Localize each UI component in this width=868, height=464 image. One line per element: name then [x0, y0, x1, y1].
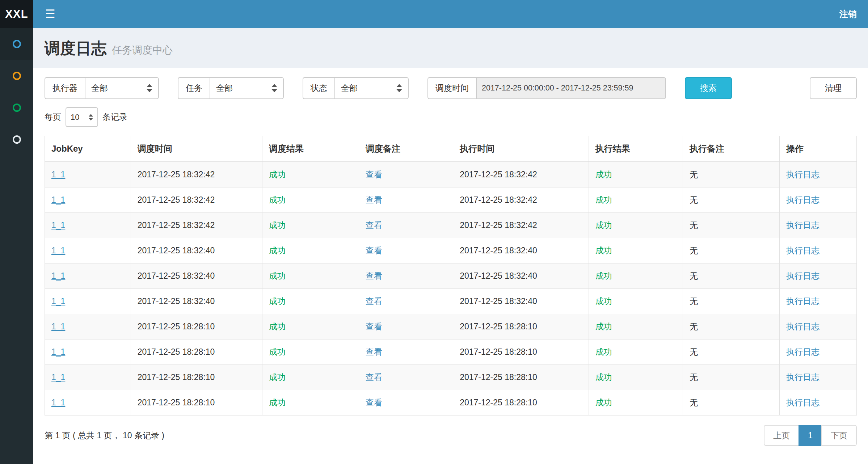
exec-log-link[interactable]: 执行日志: [786, 296, 819, 306]
jobkey-link[interactable]: 1_1: [51, 347, 65, 357]
table-row: 1_12017-12-25 18:28:10成功查看2017-12-25 18:…: [45, 365, 857, 390]
exec-log-link[interactable]: 执行日志: [786, 271, 819, 280]
page-size-suffix: 条记录: [102, 111, 127, 123]
jobkey-link[interactable]: 1_1: [51, 220, 65, 230]
jobkey-link[interactable]: 1_1: [51, 296, 65, 306]
exec-log-link[interactable]: 执行日志: [786, 372, 819, 382]
schedule-time-range-input[interactable]: 2017-12-25 00:00:00 - 2017-12-25 23:59:5…: [476, 77, 666, 99]
sidebar-menu-item[interactable]: [0, 123, 33, 155]
status-filter-value: 全部: [341, 83, 358, 94]
view-remark-link[interactable]: 查看: [366, 347, 382, 357]
schedule-result: 成功: [269, 170, 286, 179]
view-remark-link[interactable]: 查看: [366, 271, 382, 280]
job-filter-select[interactable]: 全部: [210, 77, 284, 99]
jobkey-link[interactable]: 1_1: [51, 271, 65, 280]
schedule-time-filter-group: 调度时间 2017-12-25 00:00:00 - 2017-12-25 23…: [427, 77, 666, 99]
page-size-select[interactable]: 10: [66, 107, 98, 127]
column-header: 调度结果: [262, 136, 359, 162]
select-spinner-icon: [271, 84, 277, 92]
view-remark-link[interactable]: 查看: [366, 296, 382, 306]
top-navbar: XXL ☰ 注销: [0, 0, 868, 28]
schedule-time: 2017-12-25 18:28:10: [138, 398, 215, 407]
page-subtitle: 任务调度中心: [112, 45, 173, 56]
view-remark-link[interactable]: 查看: [366, 398, 382, 407]
exec-log-link[interactable]: 执行日志: [786, 220, 819, 230]
view-remark-link[interactable]: 查看: [366, 195, 382, 204]
schedule-time-label: 调度时间: [427, 77, 476, 99]
schedule-result: 成功: [269, 296, 286, 306]
page-title: 调度日志任务调度中心: [45, 38, 857, 59]
page-number-button[interactable]: 1: [799, 425, 822, 446]
view-remark-link[interactable]: 查看: [366, 220, 382, 230]
filter-row: 执行器 全部 任务 全部 状态 全部: [45, 77, 857, 99]
exec-time: 2017-12-25 18:32:40: [460, 271, 537, 280]
schedule-result: 成功: [269, 195, 286, 204]
prev-page-button[interactable]: 上页: [764, 425, 799, 446]
exec-remark: 无: [690, 246, 698, 255]
sidebar-toggle-button[interactable]: ☰: [45, 8, 55, 20]
jobkey-link[interactable]: 1_1: [51, 195, 65, 204]
exec-time: 2017-12-25 18:32:42: [460, 195, 537, 204]
select-spinner-icon: [396, 84, 402, 92]
exec-remark: 无: [690, 347, 698, 357]
exec-remark: 无: [690, 398, 698, 407]
schedule-time: 2017-12-25 18:28:10: [138, 372, 215, 382]
exec-log-link[interactable]: 执行日志: [786, 170, 819, 179]
table-row: 1_12017-12-25 18:32:42成功查看2017-12-25 18:…: [45, 162, 857, 187]
exec-log-link[interactable]: 执行日志: [786, 347, 819, 357]
view-remark-link[interactable]: 查看: [366, 322, 382, 331]
jobkey-link[interactable]: 1_1: [51, 322, 65, 331]
status-filter-group: 状态 全部: [303, 77, 409, 99]
exec-log-link[interactable]: 执行日志: [786, 195, 819, 204]
schedule-result: 成功: [269, 372, 286, 382]
schedule-result: 成功: [269, 322, 286, 331]
content-header: 调度日志任务调度中心: [33, 28, 868, 68]
logout-link[interactable]: 注销: [839, 8, 857, 20]
exec-log-link[interactable]: 执行日志: [786, 246, 819, 255]
column-header: 执行时间: [453, 136, 589, 162]
status-filter-select[interactable]: 全部: [334, 77, 409, 99]
table-row: 1_12017-12-25 18:28:10成功查看2017-12-25 18:…: [45, 390, 857, 416]
next-page-button[interactable]: 下页: [821, 425, 857, 446]
exec-remark: 无: [690, 372, 698, 382]
jobkey-link[interactable]: 1_1: [51, 398, 65, 407]
exec-result: 成功: [595, 347, 612, 357]
table-footer: 第 1 页 ( 总共 1 页， 10 条记录 ) 上页 1 下页: [45, 425, 857, 446]
exec-result: 成功: [595, 170, 612, 179]
column-header: 调度时间: [131, 136, 262, 162]
view-remark-link[interactable]: 查看: [366, 372, 382, 382]
exec-remark: 无: [690, 271, 698, 280]
schedule-time: 2017-12-25 18:32:42: [138, 170, 215, 179]
sidebar-menu-item[interactable]: [0, 92, 33, 123]
exec-result: 成功: [595, 322, 612, 331]
page-title-text: 调度日志: [45, 39, 107, 57]
jobkey-link[interactable]: 1_1: [51, 170, 65, 179]
sidebar: [0, 28, 33, 464]
exec-log-link[interactable]: 执行日志: [786, 322, 819, 331]
table-row: 1_12017-12-25 18:32:40成功查看2017-12-25 18:…: [45, 238, 857, 263]
exec-time: 2017-12-25 18:32:40: [460, 296, 537, 306]
circle-icon: [13, 40, 21, 48]
jobkey-link[interactable]: 1_1: [51, 372, 65, 382]
content-box: 执行器 全部 任务 全部 状态 全部: [33, 68, 868, 464]
column-header: 执行结果: [589, 136, 683, 162]
schedule-time: 2017-12-25 18:32:40: [138, 246, 215, 255]
executor-filter-label: 执行器: [45, 77, 85, 99]
sidebar-menu-item[interactable]: [0, 28, 33, 60]
jobkey-link[interactable]: 1_1: [51, 246, 65, 255]
clear-button[interactable]: 清理: [810, 77, 857, 99]
page-size-value: 10: [71, 113, 79, 122]
exec-log-link[interactable]: 执行日志: [786, 398, 819, 407]
view-remark-link[interactable]: 查看: [366, 170, 382, 179]
schedule-result: 成功: [269, 347, 286, 357]
schedule-result: 成功: [269, 220, 286, 230]
executor-filter-select[interactable]: 全部: [85, 77, 159, 99]
page-size-row: 每页 10 条记录: [45, 107, 857, 127]
sidebar-menu-item[interactable]: [0, 60, 33, 92]
circle-icon: [13, 104, 21, 112]
app-logo: XXL: [0, 0, 33, 28]
exec-remark: 无: [690, 322, 698, 331]
search-button[interactable]: 搜索: [685, 77, 732, 99]
view-remark-link[interactable]: 查看: [366, 246, 382, 255]
exec-remark: 无: [690, 170, 698, 179]
